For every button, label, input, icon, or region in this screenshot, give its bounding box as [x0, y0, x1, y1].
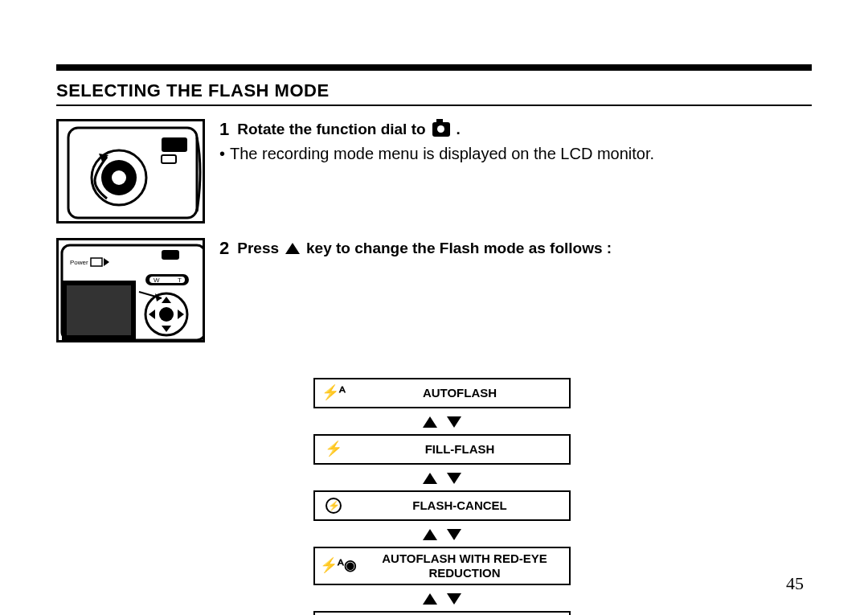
mode-arrows-1: [313, 408, 571, 434]
svg-marker-11: [104, 258, 109, 266]
page-content: SELECTING THE FLASH MODE 1: [56, 64, 812, 615]
flash-redeye-icon: ⚡ᴬ◉: [320, 556, 357, 576]
arrow-up-icon: [423, 416, 437, 428]
mode-fillflash: ⚡ FILL-FLASH: [313, 434, 571, 465]
camera-top-svg: [59, 121, 205, 223]
svg-rect-12: [162, 250, 179, 260]
mode-arrows-4: [313, 585, 571, 611]
power-label-svg: Power: [70, 259, 88, 266]
mode-autoflash: ⚡ᴬ AUTOFLASH: [313, 378, 571, 408]
camera-mode-icon: [432, 122, 450, 137]
illustration-2-wrap: Power W T: [56, 238, 205, 342]
step-2-number: 2: [219, 238, 229, 259]
mode-arrows-2: [313, 465, 571, 490]
step-2-after: key to change the Flash mode as follows …: [306, 240, 612, 257]
step-1-number: 1: [219, 119, 229, 140]
arrow-down-icon: [447, 593, 461, 605]
mode-redeye: ⚡ᴬ◉ AUTOFLASH WITH RED-EYE REDUCTION: [313, 547, 571, 585]
step-1-period: .: [457, 121, 461, 138]
arrow-down-icon: [447, 416, 461, 428]
mode-flashcancel: ⚡ FLASH-CANCEL: [313, 490, 571, 521]
step-1-main-text: Rotate the function dial to: [237, 121, 425, 138]
flash-icon: ⚡: [320, 439, 347, 460]
step-2-line: 2 Press key to change the Flash mode as …: [219, 238, 812, 259]
mode-redeye-line2: REDUCTION: [428, 566, 500, 580]
svg-text:T: T: [178, 277, 182, 284]
arrow-down-icon: [447, 529, 461, 540]
mode-arrows-3: [313, 521, 571, 547]
arrow-down-icon: [447, 473, 461, 484]
svg-rect-5: [162, 137, 187, 152]
camera-back-svg: Power W T: [59, 240, 205, 342]
section-title: SELECTING THE FLASH MODE: [56, 80, 812, 106]
page-number: 45: [786, 573, 804, 594]
arrow-up-icon: [423, 473, 437, 484]
step-2-before: Press: [237, 240, 279, 257]
illustration-1-wrap: [56, 119, 205, 223]
step-1-bullet-text: The recording mode menu is displayed on …: [230, 145, 654, 163]
step-1-line: 1 Rotate the function dial to .: [219, 119, 812, 140]
mode-redeye-label: AUTOFLASH WITH RED-EYE REDUCTION: [365, 551, 564, 580]
flash-cancel-icon: ⚡: [320, 495, 347, 516]
up-key-icon: [285, 243, 300, 254]
mode-autoflash-label: AUTOFLASH: [355, 386, 564, 400]
mode-night: ⚡▣ NIGHT MODE: [313, 611, 571, 615]
arrow-up-icon: [423, 529, 437, 540]
flash-modes-list: ⚡ᴬ AUTOFLASH ⚡ FILL-FLASH ⚡ FLASH-CANCEL…: [313, 378, 571, 615]
svg-rect-9: [67, 285, 131, 335]
flash-auto-icon: ⚡ᴬ: [320, 383, 347, 404]
step-2-row: Power W T: [56, 238, 812, 342]
step-1-row: 1 Rotate the function dial to . • The re…: [56, 119, 812, 223]
svg-point-3: [112, 170, 126, 185]
step-2-text: 2 Press key to change the Flash mode as …: [219, 238, 812, 259]
top-rule: [56, 64, 812, 71]
svg-text:W: W: [154, 277, 160, 284]
step-1-bullet: • The recording mode menu is displayed o…: [219, 145, 812, 163]
svg-rect-10: [91, 258, 102, 266]
mode-flashcancel-label: FLASH-CANCEL: [355, 498, 564, 513]
step-1-text: 1 Rotate the function dial to . • The re…: [219, 119, 812, 163]
svg-rect-6: [162, 155, 176, 163]
svg-point-18: [159, 307, 174, 322]
illustration-1: [56, 119, 205, 223]
arrow-up-icon: [423, 593, 437, 605]
mode-fillflash-label: FILL-FLASH: [355, 442, 564, 457]
mode-redeye-line1: AUTOFLASH WITH RED-EYE: [382, 551, 547, 565]
bullet-dot: •: [219, 145, 225, 163]
illustration-2: Power W T: [56, 238, 205, 342]
